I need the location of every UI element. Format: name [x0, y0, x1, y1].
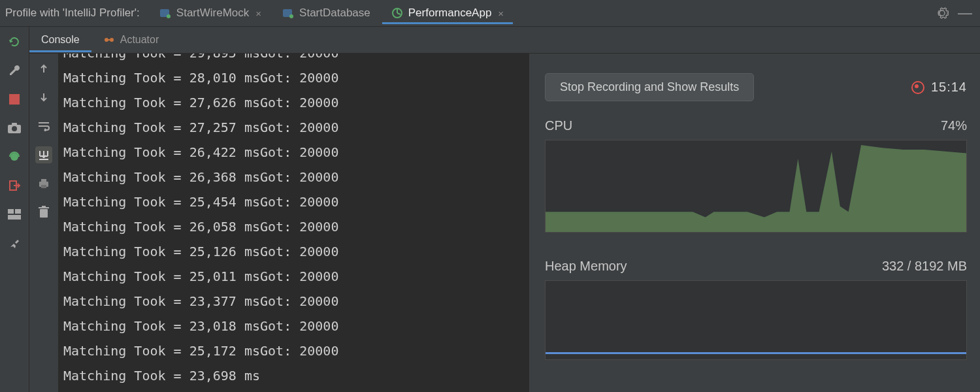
tab-actuator[interactable]: Actuator: [91, 29, 171, 52]
bug-rerun-icon[interactable]: [6, 148, 23, 165]
profiler-panel: Stop Recording and Show Results 15:14 CP…: [529, 54, 980, 392]
console-line: Matching Took = 27,626 msGot: 20000: [63, 90, 529, 115]
left-toolbar: [0, 27, 29, 392]
console-line: Matching Took = 28,010 msGot: 20000: [63, 65, 529, 90]
svg-point-9: [10, 153, 18, 161]
svg-rect-5: [9, 94, 20, 105]
profile-label: Profile with 'IntelliJ Profiler':: [5, 7, 140, 20]
cpu-value: 74%: [941, 118, 967, 133]
run-tab-startwiremock[interactable]: StartWireMock ×: [150, 3, 270, 24]
console-line: Matching Took = 26,368 msGot: 20000: [63, 165, 529, 189]
console-line: Matching Took = 27,257 msGot: 20000: [63, 115, 529, 140]
svg-rect-17: [41, 179, 46, 182]
close-icon[interactable]: ×: [255, 8, 261, 19]
run-tab-performanceapp[interactable]: PerformanceApp ×: [382, 3, 513, 24]
rerun-icon[interactable]: [6, 33, 23, 50]
run-tab-startdatabase[interactable]: StartDatabase: [273, 3, 380, 24]
console-line: Matching Took = 25,126 msGot: 20000: [63, 239, 529, 264]
trash-icon[interactable]: [35, 204, 52, 221]
run-tab-label: StartWireMock: [176, 7, 249, 20]
svg-rect-21: [42, 206, 46, 207]
timer-value: 15:14: [931, 80, 967, 95]
console-line: Matching Took = 26,058 msGot: 20000: [63, 214, 529, 239]
spring-run-icon: [282, 7, 294, 19]
exit-icon[interactable]: [6, 177, 23, 194]
console-line: Matching Took = 26,422 msGot: 20000: [63, 140, 529, 165]
pin-icon[interactable]: [6, 235, 23, 252]
svg-rect-12: [15, 209, 21, 214]
hide-icon[interactable]: —: [958, 5, 971, 22]
tool-window-tabs: Console Actuator: [29, 27, 980, 54]
scroll-down-icon[interactable]: [35, 89, 52, 106]
console-line: Matching Took = 25,011 msGot: 20000: [63, 264, 529, 289]
svg-rect-13: [8, 215, 21, 220]
svg-rect-19: [40, 209, 48, 218]
wrench-icon[interactable]: [6, 62, 23, 79]
svg-point-8: [12, 126, 17, 131]
profiler-run-icon: [391, 7, 403, 19]
close-icon[interactable]: ×: [498, 8, 504, 19]
stop-icon[interactable]: [6, 91, 23, 108]
heap-chart[interactable]: [545, 280, 967, 360]
tab-actuator-label: Actuator: [120, 34, 159, 46]
actuator-icon: [103, 34, 115, 46]
soft-wrap-icon[interactable]: [35, 118, 52, 135]
svg-rect-11: [8, 209, 14, 214]
cpu-chart[interactable]: [545, 140, 967, 233]
svg-point-1: [167, 14, 171, 18]
spring-run-icon: [159, 7, 171, 19]
cpu-label: CPU: [545, 118, 572, 133]
heap-value: 332 / 8192 MB: [882, 259, 967, 274]
console-output[interactable]: Matching Took = 29,895 msGot: 20000 Matc…: [58, 54, 529, 392]
console-toolbar: [29, 54, 58, 392]
console-line: Matching Took = 23,018 msGot: 20000: [63, 314, 529, 338]
tab-console[interactable]: Console: [29, 29, 91, 52]
camera-icon[interactable]: [6, 120, 23, 137]
print-icon[interactable]: [35, 175, 52, 192]
recording-timer: 15:14: [911, 80, 967, 95]
console-line: Matching Took = 23,377 msGot: 20000: [63, 289, 529, 314]
console-line: Matching Took = 25,172 msGot: 20000: [63, 338, 529, 363]
scroll-to-end-icon[interactable]: [35, 146, 52, 163]
svg-point-3: [289, 14, 293, 18]
console-line: Matching Took = 29,895 msGot: 20000: [63, 54, 529, 65]
run-tab-label: PerformanceApp: [408, 7, 492, 20]
gear-icon[interactable]: [936, 7, 949, 20]
svg-rect-18: [41, 185, 46, 188]
console-line: Matching Took = 23,698 ms: [63, 363, 529, 388]
console-line: Matching Took = 25,454 msGot: 20000: [63, 189, 529, 214]
heap-label: Heap Memory: [545, 259, 627, 274]
scroll-up-icon[interactable]: [35, 60, 52, 77]
layout-icon[interactable]: [6, 206, 23, 223]
svg-rect-7: [12, 123, 17, 125]
stop-recording-button[interactable]: Stop Recording and Show Results: [545, 73, 754, 101]
svg-rect-20: [39, 207, 49, 208]
record-icon: [911, 81, 924, 94]
run-tab-label: StartDatabase: [299, 7, 370, 20]
run-config-bar: Profile with 'IntelliJ Profiler': StartW…: [0, 0, 980, 27]
heap-line: [546, 352, 966, 354]
